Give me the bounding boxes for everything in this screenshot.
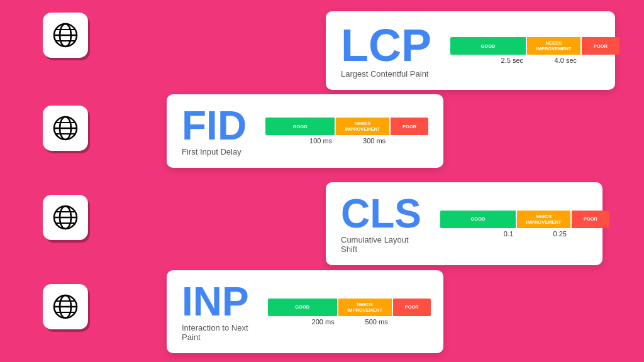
inp-t2: 500 ms [337, 318, 391, 326]
inp-poor-label: POOR [405, 304, 419, 310]
globe-icon-4 [43, 284, 88, 329]
fid-t2: 300 ms [335, 137, 388, 145]
fid-thresholds: 100 ms 300 ms [265, 137, 428, 145]
lcp-bar-wrapper: GOOD NEEDS IMPROVEMENT POOR 2.5 sec 4.0 … [450, 37, 619, 64]
lcp-good: GOOD [450, 37, 526, 55]
lcp-needs-label: NEEDS IMPROVEMENT [536, 40, 572, 52]
fid-needs-label: NEEDS IMPROVEMENT [345, 121, 380, 132]
cls-thresholds: 0.1 0.25 [440, 230, 609, 238]
globe-svg-4 [51, 292, 80, 321]
fid-abbr: FID [182, 106, 247, 146]
fid-good: GOOD [265, 118, 335, 135]
cls-card: CLS Cumulative Layout Shift GOOD NEEDS I… [326, 182, 602, 265]
cls-poor-label: POOR [584, 216, 597, 222]
lcp-name: Largest Contentful Paint [341, 69, 431, 79]
inp-good-label: GOOD [295, 304, 309, 310]
lcp-poor: POOR [582, 37, 619, 55]
fid-bar: GOOD NEEDS IMPROVEMENT POOR [265, 118, 428, 135]
inp-card: INP Interaction to Next Paint GOOD NEEDS… [167, 270, 443, 353]
inp-t1: 200 ms [268, 318, 337, 326]
cls-needs: NEEDS IMPROVEMENT [517, 211, 570, 228]
globe-svg-3 [51, 203, 80, 232]
lcp-abbr: LCP [341, 23, 431, 68]
cls-good-label: GOOD [471, 216, 486, 222]
globe-icon-1 [43, 13, 88, 58]
cls-bar-wrapper: GOOD NEEDS IMPROVEMENT POOR 0.1 0.25 [440, 211, 609, 238]
fid-card: FID First Input Delay GOOD NEEDS IMPROVE… [167, 94, 443, 168]
inp-bar: GOOD NEEDS IMPROVEMENT POOR [268, 299, 431, 316]
fid-poor-label: POOR [402, 124, 416, 129]
lcp-good-label: GOOD [481, 43, 496, 49]
lcp-poor-label: POOR [594, 43, 608, 49]
cls-abbr: CLS [341, 194, 421, 234]
cls-t2: 0.25 [516, 230, 569, 238]
inp-thresholds: 200 ms 500 ms [268, 318, 431, 326]
globe-icon-3 [43, 195, 88, 240]
lcp-needs: NEEDS IMPROVEMENT [527, 37, 580, 55]
cls-needs-label: NEEDS IMPROVEMENT [526, 214, 562, 225]
fid-poor: POOR [391, 118, 428, 135]
lcp-bar: GOOD NEEDS IMPROVEMENT POOR [450, 37, 619, 55]
inp-abbr: INP [182, 282, 249, 322]
fid-name: First Input Delay [182, 147, 247, 156]
cls-bar: GOOD NEEDS IMPROVEMENT POOR [440, 211, 609, 228]
lcp-thresholds: 2.5 sec 4.0 sec [450, 57, 619, 64]
fid-t1: 100 ms [265, 137, 335, 145]
inp-bar-wrapper: GOOD NEEDS IMPROVEMENT POOR 200 ms 500 m… [268, 299, 431, 326]
cls-name: Cumulative Layout Shift [341, 235, 421, 254]
fid-good-label: GOOD [293, 124, 308, 129]
fid-bar-wrapper: GOOD NEEDS IMPROVEMENT POOR 100 ms 300 m… [265, 118, 428, 145]
globe-svg-1 [51, 21, 80, 50]
globe-svg-2 [51, 114, 80, 143]
inp-needs: NEEDS IMPROVEMENT [338, 299, 392, 316]
lcp-t2: 4.0 sec [526, 57, 579, 64]
cls-poor: POOR [572, 211, 609, 228]
inp-name: Interaction to Next Paint [182, 323, 249, 342]
cls-t1: 0.1 [440, 230, 516, 238]
lcp-card: LCP Largest Contentful Paint GOOD NEEDS … [326, 11, 615, 90]
fid-needs: NEEDS IMPROVEMENT [336, 118, 389, 135]
inp-needs-label: NEEDS IMPROVEMENT [347, 302, 382, 313]
globe-icon-2 [43, 106, 88, 151]
inp-poor: POOR [393, 299, 431, 316]
cls-good: GOOD [440, 211, 516, 228]
inp-good: GOOD [268, 299, 337, 316]
lcp-t1: 2.5 sec [450, 57, 526, 64]
